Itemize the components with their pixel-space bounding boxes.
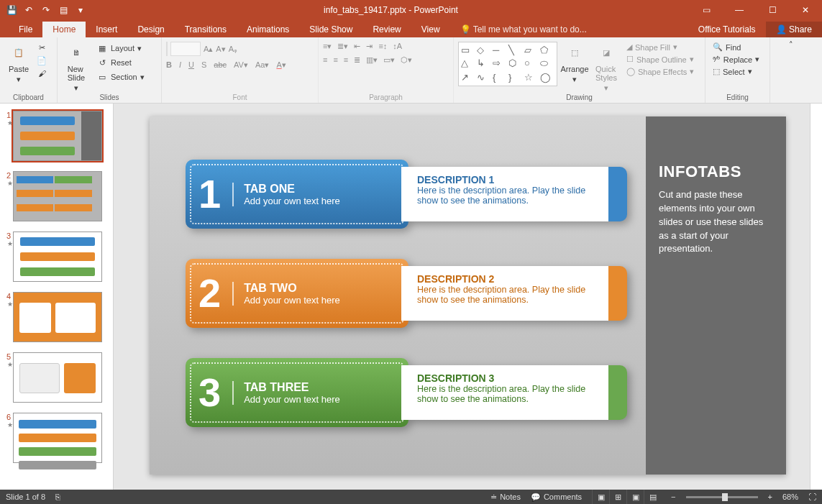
- shape-effects-button[interactable]: ◯ Shape Effects ▾: [624, 66, 697, 77]
- thumbnail-4[interactable]: [13, 292, 102, 342]
- find-button[interactable]: 🔍 Find: [710, 42, 762, 52]
- font-size-select[interactable]: [170, 42, 201, 56]
- cut-icon[interactable]: ✂: [36, 42, 47, 53]
- tab-slideshow[interactable]: Slide Show: [299, 22, 362, 37]
- group-slides-label: Slides: [62, 93, 157, 101]
- tellme-label: Tell me what you want to do...: [473, 24, 587, 35]
- tab-insert[interactable]: Insert: [86, 22, 127, 37]
- desc1-body: Here is the description area. Play the s…: [417, 185, 606, 206]
- strike-button[interactable]: abc: [214, 60, 227, 70]
- thumbnail-1[interactable]: [13, 111, 102, 161]
- slide-thumbnails[interactable]: 1★ 2★ 3★ 4★ 5★ 6★: [0, 104, 114, 490]
- tab-transitions[interactable]: Transitions: [175, 22, 237, 37]
- format-painter-icon[interactable]: 🖌: [36, 68, 47, 79]
- infotab-1[interactable]: 1 TAB ONEAdd your own text here DESCRIPT…: [186, 160, 646, 229]
- comments-button[interactable]: 💬 Comments: [531, 492, 582, 502]
- columns-button[interactable]: ▥▾: [366, 55, 378, 65]
- new-slide-button[interactable]: 🗎 New Slide▾: [62, 42, 91, 93]
- shape-outline-button[interactable]: ☐ Shape Outline ▾: [624, 54, 697, 65]
- tab-view[interactable]: View: [411, 22, 450, 37]
- normal-view-icon[interactable]: ▣: [592, 490, 609, 504]
- align-right-button[interactable]: ≡: [344, 55, 348, 65]
- italic-button[interactable]: I: [179, 60, 181, 70]
- clear-format-icon[interactable]: Aᵩ: [229, 45, 237, 54]
- numbering-button[interactable]: ≣▾: [337, 42, 348, 51]
- zoom-level[interactable]: 68%: [782, 492, 798, 501]
- tellme-search[interactable]: 💡 Tell me what you want to do...: [450, 22, 597, 37]
- tab-home[interactable]: Home: [42, 22, 86, 37]
- shapes-gallery[interactable]: ▭◇─╲▱⬠ △↳⇨⬡○⬭ ↗∿{}☆◯: [458, 42, 557, 86]
- layout-button[interactable]: ▦Layout ▾: [93, 42, 147, 55]
- start-from-beginning-icon[interactable]: ▤: [56, 3, 70, 17]
- bullets-button[interactable]: ≡▾: [323, 42, 332, 51]
- tab2-num: 2: [198, 273, 221, 313]
- infotab-2[interactable]: 2 TAB TWOAdd your own text here DESCRIPT…: [186, 259, 646, 328]
- undo-icon[interactable]: ↶: [22, 3, 36, 17]
- slide-counter[interactable]: Slide 1 of 8: [6, 492, 45, 501]
- line-spacing-button[interactable]: ≡↕: [378, 42, 387, 51]
- tab-design[interactable]: Design: [127, 22, 174, 37]
- decrease-indent-button[interactable]: ⇤: [354, 42, 360, 51]
- tab-animations[interactable]: Animations: [237, 22, 299, 37]
- slide-editor[interactable]: 1 TAB ONEAdd your own text here DESCRIPT…: [114, 104, 822, 490]
- shape-fill-button[interactable]: ◢ Shape Fill ▾: [624, 42, 697, 52]
- increase-indent-button[interactable]: ⇥: [366, 42, 373, 51]
- copy-icon[interactable]: 📄: [36, 55, 47, 66]
- select-button[interactable]: ⬚ Select ▾: [710, 66, 762, 77]
- qat-dropdown-icon[interactable]: ▾: [73, 3, 88, 17]
- redo-icon[interactable]: ↷: [39, 3, 53, 17]
- collapse-ribbon-icon[interactable]: ˄: [789, 40, 793, 50]
- tab-file[interactable]: File: [9, 22, 42, 37]
- maximize-icon[interactable]: ☐: [756, 0, 789, 20]
- smartart-button[interactable]: ⬡▾: [401, 55, 412, 65]
- font-family-select[interactable]: [166, 42, 168, 56]
- thumbnail-5[interactable]: [13, 352, 102, 403]
- underline-button[interactable]: U: [188, 60, 194, 70]
- minimize-icon[interactable]: —: [723, 0, 756, 20]
- notes-button[interactable]: ≐ Notes: [490, 492, 521, 502]
- replace-button[interactable]: ᵃ⁄ᵇ Replace ▾: [710, 54, 762, 65]
- office-tutorials[interactable]: Office Tutorials: [688, 22, 766, 37]
- zoom-out-button[interactable]: −: [671, 492, 675, 501]
- tab-review[interactable]: Review: [362, 22, 411, 37]
- infotab-3[interactable]: 3 TAB THREEAdd your own text here DESCRI…: [186, 358, 646, 427]
- arrange-icon: ⬚: [564, 42, 585, 63]
- fit-to-window-button[interactable]: ⛶: [808, 492, 816, 501]
- slide-canvas[interactable]: 1 TAB ONEAdd your own text here DESCRIPT…: [150, 116, 786, 475]
- group-drawing-label: Drawing: [458, 93, 700, 101]
- slideshow-view-icon[interactable]: ▤: [644, 490, 661, 504]
- slide-sidebar[interactable]: INFOTABS Cut and paste these elements in…: [646, 116, 786, 475]
- arrange-button[interactable]: ⬚Arrange▾: [560, 42, 589, 84]
- align-center-button[interactable]: ≡: [333, 55, 337, 65]
- decrease-font-icon[interactable]: A▾: [216, 45, 225, 54]
- save-icon[interactable]: 💾: [4, 3, 19, 17]
- thumbnail-2[interactable]: [13, 171, 102, 221]
- shadow-button[interactable]: S: [201, 60, 206, 70]
- bold-button[interactable]: B: [166, 60, 172, 70]
- sorter-view-icon[interactable]: ⊞: [609, 490, 626, 504]
- align-left-button[interactable]: ≡: [323, 55, 327, 65]
- change-case-button[interactable]: Aa▾: [255, 60, 269, 70]
- spacing-button[interactable]: AV▾: [234, 60, 248, 70]
- font-color-button[interactable]: A▾: [276, 60, 286, 70]
- increase-font-icon[interactable]: A▴: [204, 45, 213, 54]
- reset-icon: ↺: [96, 57, 108, 68]
- close-icon[interactable]: ✕: [789, 0, 822, 20]
- reading-view-icon[interactable]: ▣: [626, 490, 644, 504]
- spellcheck-icon[interactable]: ⎘: [55, 492, 60, 501]
- quick-styles-button[interactable]: ◪Quick Styles▾: [592, 42, 621, 93]
- paste-button[interactable]: 📋 Paste▾: [4, 42, 33, 84]
- justify-button[interactable]: ≣: [354, 55, 360, 65]
- thumbnail-3[interactable]: [13, 232, 102, 282]
- reset-button[interactable]: ↺Reset: [93, 56, 147, 69]
- zoom-in-button[interactable]: +: [768, 492, 772, 501]
- share-button[interactable]: 👤 Share: [766, 22, 822, 37]
- text-direction-button[interactable]: ↕A: [393, 42, 402, 51]
- ribbon-options-icon[interactable]: ▭: [690, 0, 723, 20]
- ribbon: 📋 Paste▾ ✂ 📄 🖌 Clipboard 🗎 New Slide▾ ▦L…: [0, 37, 822, 104]
- zoom-slider[interactable]: [686, 496, 758, 498]
- section-button[interactable]: ▭Section ▾: [93, 70, 147, 83]
- thumbnail-6[interactable]: [13, 413, 102, 463]
- align-text-button[interactable]: ▭▾: [383, 55, 395, 65]
- quick-styles-icon: ◪: [595, 42, 617, 63]
